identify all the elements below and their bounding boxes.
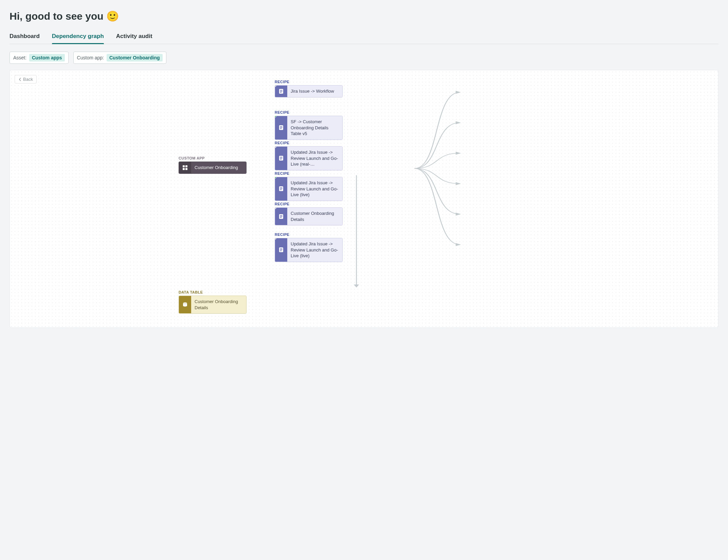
- node-type-label: RECIPE: [275, 232, 343, 237]
- node-type-label: RECIPE: [275, 110, 343, 114]
- node-recipe-4[interactable]: RECIPE Customer Onboarding Details: [275, 202, 343, 225]
- dependency-canvas[interactable]: Back CUSTOM APP C: [10, 70, 718, 328]
- svg-rect-10: [280, 128, 283, 128]
- connector-lines: [10, 70, 718, 328]
- svg-rect-0: [183, 165, 185, 167]
- node-title: Updated Jira Issue -> Review Launch and …: [291, 149, 339, 167]
- svg-rect-14: [280, 158, 283, 159]
- svg-rect-2: [183, 168, 185, 170]
- back-button-label: Back: [23, 77, 33, 82]
- node-type-label: DATA TABLE: [179, 290, 247, 294]
- filter-custom-app-value: Customer Onboarding: [107, 54, 163, 61]
- svg-rect-15: [280, 159, 282, 160]
- recipe-icon: [275, 147, 287, 170]
- svg-rect-23: [280, 217, 282, 218]
- svg-rect-17: [280, 187, 283, 188]
- back-button[interactable]: Back: [15, 75, 37, 83]
- tab-bar: Dashboard Dependency graph Activity audi…: [10, 32, 718, 44]
- tab-activity-audit[interactable]: Activity audit: [116, 32, 152, 44]
- svg-rect-1: [185, 165, 187, 167]
- svg-rect-5: [280, 90, 283, 91]
- svg-rect-18: [280, 189, 283, 189]
- filter-bar: Asset: Custom apps Custom app: Customer …: [10, 52, 718, 64]
- svg-rect-6: [280, 91, 283, 92]
- recipe-icon: [275, 116, 287, 139]
- filter-custom-app[interactable]: Custom app: Customer Onboarding: [73, 52, 166, 64]
- svg-rect-13: [280, 157, 283, 157]
- node-type-label: RECIPE: [275, 171, 343, 175]
- svg-rect-11: [280, 129, 282, 129]
- node-recipe-0[interactable]: RECIPE Jira Issue -> Workflow: [275, 80, 343, 97]
- node-title: Updated Jira Issue -> Review Launch and …: [291, 180, 339, 198]
- node-type-label: RECIPE: [275, 80, 343, 84]
- node-recipe-3[interactable]: RECIPE Updated Jira Issue -> Review Laun…: [275, 171, 343, 201]
- recipe-icon: [275, 177, 287, 201]
- svg-rect-25: [280, 248, 283, 249]
- node-recipe-1[interactable]: RECIPE SF -> Customer Onboarding Details…: [275, 110, 343, 140]
- node-title: Customer Onboarding Details: [291, 210, 339, 222]
- node-type-label: RECIPE: [275, 202, 343, 206]
- tab-dependency-graph[interactable]: Dependency graph: [52, 32, 104, 44]
- svg-rect-22: [280, 216, 283, 217]
- node-title: Updated Jira Issue -> Review Launch and …: [291, 241, 339, 259]
- node-title: SF -> Customer Onboarding Details Table …: [291, 119, 339, 137]
- svg-rect-3: [185, 168, 187, 170]
- svg-rect-21: [280, 215, 283, 216]
- node-recipe-5[interactable]: RECIPE Updated Jira Issue -> Review Laun…: [275, 232, 343, 262]
- svg-rect-26: [280, 250, 283, 250]
- tab-dashboard[interactable]: Dashboard: [10, 32, 40, 44]
- node-title: Jira Issue -> Workflow: [291, 88, 334, 94]
- node-recipe-2[interactable]: RECIPE Updated Jira Issue -> Review Laun…: [275, 141, 343, 170]
- svg-rect-7: [280, 92, 282, 93]
- page-greeting: Hi, good to see you 🙂: [10, 10, 718, 22]
- node-type-label: RECIPE: [275, 141, 343, 145]
- database-icon: [179, 296, 191, 313]
- recipe-icon: [275, 238, 287, 262]
- recipe-icon: [275, 208, 287, 225]
- svg-rect-27: [280, 251, 282, 251]
- svg-rect-9: [280, 126, 283, 127]
- filter-asset-label: Asset:: [13, 55, 26, 60]
- node-title: Customer Onboarding Details: [195, 299, 243, 311]
- recipe-icon: [275, 86, 287, 97]
- svg-rect-19: [280, 190, 282, 190]
- node-title: Customer Onboarding: [195, 165, 238, 171]
- node-type-label: CUSTOM APP: [179, 156, 247, 160]
- node-data-table[interactable]: DATA TABLE Customer Onboarding Details: [179, 290, 247, 314]
- grid-app-icon: [179, 162, 191, 173]
- node-custom-app[interactable]: CUSTOM APP Customer Onboarding: [179, 156, 247, 174]
- filter-asset-value: Custom apps: [29, 54, 65, 61]
- chevron-left-icon: [18, 78, 22, 81]
- filter-custom-app-label: Custom app:: [77, 55, 104, 60]
- filter-asset[interactable]: Asset: Custom apps: [10, 52, 69, 64]
